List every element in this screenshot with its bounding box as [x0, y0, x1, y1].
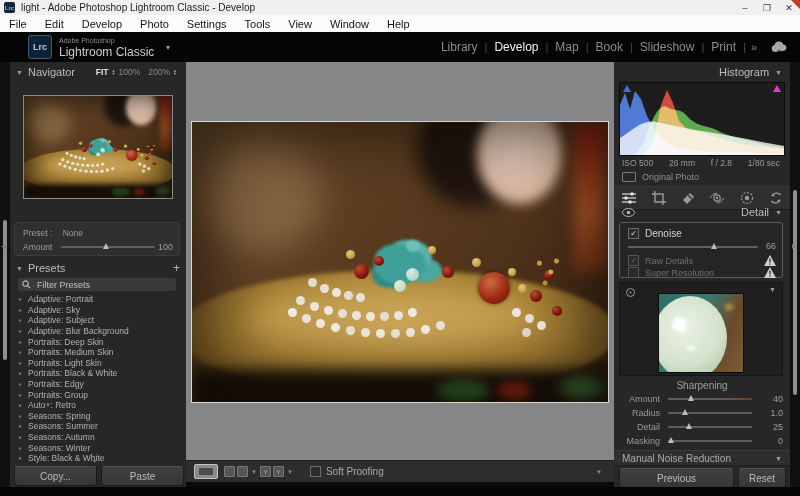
preset-item[interactable]: ►Adaptive: Portrait	[14, 294, 182, 305]
sync-tool-icon[interactable]	[769, 191, 783, 205]
menu-window[interactable]: Window	[321, 18, 378, 30]
preset-item[interactable]: ►Portraits: Black & White	[14, 368, 182, 379]
preset-amount-slider[interactable]	[61, 246, 155, 248]
before-after-view-button[interactable]: Y Y	[260, 465, 284, 478]
super-resolution-warning-icon[interactable]	[764, 267, 776, 278]
toolbar-options-icon[interactable]: ▼	[596, 469, 602, 475]
preview-options-icon[interactable]: ▼	[769, 286, 776, 293]
menu-photo[interactable]: Photo	[131, 18, 178, 30]
healing-tool-icon[interactable]	[681, 191, 695, 205]
preset-item[interactable]: ►Portraits: Edgy	[14, 379, 182, 390]
module-slideshow[interactable]: Slideshow	[633, 40, 702, 54]
radius-slider[interactable]	[668, 412, 752, 414]
brand-caret-icon[interactable]: ▼	[164, 44, 171, 51]
presets-header[interactable]: ▼ Presets +	[10, 260, 186, 276]
before-after-dropdown-icon[interactable]: ▼	[287, 469, 293, 475]
preset-item[interactable]: ►Seasons: Summer	[14, 421, 182, 432]
scroll-more-icon[interactable]: ▼	[92, 458, 97, 464]
crop-tool-icon[interactable]	[652, 191, 666, 205]
shadow-clipping-icon[interactable]	[623, 85, 631, 92]
navigator-preview[interactable]	[23, 95, 173, 199]
menu-help[interactable]: Help	[378, 18, 419, 30]
expand-icon[interactable]: ►	[14, 392, 28, 398]
cloud-sync-icon[interactable]	[771, 41, 788, 53]
menu-edit[interactable]: Edit	[36, 18, 73, 30]
menu-file[interactable]: File	[0, 18, 36, 30]
zoom-fit-button[interactable]: FIT	[96, 67, 109, 77]
zoom-100-button[interactable]: 100%	[119, 67, 141, 77]
module-map[interactable]: Map	[548, 40, 585, 54]
manual-noise-reduction-header[interactable]: Manual Noise Reduction ▼	[614, 450, 790, 466]
original-photo-row[interactable]: Original Photo	[622, 172, 699, 182]
detail-slider-thumb[interactable]	[686, 423, 692, 429]
main-photo[interactable]	[191, 121, 609, 403]
loupe-view-button[interactable]	[194, 464, 218, 479]
paste-button[interactable]: Paste	[101, 466, 184, 486]
masking-tool-icon[interactable]	[740, 191, 754, 205]
amount-slider[interactable]	[668, 398, 752, 400]
menu-view[interactable]: View	[279, 18, 321, 30]
preset-item[interactable]: ►Portraits: Medium Skin	[14, 347, 182, 358]
denoise-slider[interactable]	[628, 246, 758, 248]
filter-presets-field[interactable]	[18, 278, 176, 291]
preset-item[interactable]: ►Seasons: Winter	[14, 442, 182, 453]
raw-details-checkbox[interactable]: ✓	[628, 255, 639, 266]
expand-icon[interactable]: ►	[14, 381, 28, 387]
collapse-left-panel-icon[interactable]: ◀	[1, 242, 6, 249]
panel-eye-icon[interactable]	[622, 208, 635, 217]
masking-slider-thumb[interactable]	[668, 437, 674, 443]
edit-tool-icon[interactable]	[621, 191, 637, 205]
preset-item[interactable]: ►Adaptive: Subject	[14, 315, 182, 326]
expand-icon[interactable]: ►	[14, 445, 28, 451]
module-book[interactable]: Book	[589, 40, 630, 54]
expand-icon[interactable]: ►	[14, 370, 28, 376]
radius-slider-thumb[interactable]	[682, 409, 688, 415]
navigator-header[interactable]: ▼ Navigator FIT ▲▼ 100% 200% ▲▼	[10, 64, 186, 80]
red-eye-tool-icon[interactable]	[709, 192, 725, 204]
navigator-collapse-icon[interactable]: ▼	[16, 69, 23, 76]
preset-item[interactable]: ►Seasons: Spring	[14, 411, 182, 422]
compare-view-button[interactable]	[224, 465, 248, 478]
expand-icon[interactable]: ►	[14, 402, 28, 408]
module-overflow-chevrons[interactable]: »	[746, 41, 762, 53]
collapse-right-panel-icon[interactable]: ▶	[792, 242, 797, 249]
left-scrollbar-thumb[interactable]	[3, 220, 7, 360]
preview-target-icon[interactable]	[625, 287, 636, 298]
menu-settings[interactable]: Settings	[178, 18, 236, 30]
module-develop[interactable]: Develop	[487, 40, 545, 54]
detail-preview-image[interactable]	[658, 293, 744, 373]
zoom-fit-stepper-icon[interactable]: ▲▼	[112, 69, 116, 75]
zoom-200-button[interactable]: 200%	[148, 67, 170, 77]
detail-header[interactable]: Detail ▼	[614, 204, 790, 220]
preset-item[interactable]: ►Adaptive: Sky	[14, 305, 182, 316]
preset-item[interactable]: ►Portraits: Light Skin	[14, 358, 182, 369]
maximize-button[interactable]: ❐	[756, 0, 778, 15]
raw-details-warning-icon[interactable]	[764, 255, 776, 266]
expand-icon[interactable]: ►	[14, 307, 28, 313]
expand-icon[interactable]: ►	[14, 296, 28, 302]
detail-slider[interactable]	[668, 426, 752, 428]
filter-presets-input[interactable]	[35, 279, 159, 291]
expand-icon[interactable]: ►	[14, 434, 28, 440]
soft-proofing-checkbox[interactable]	[310, 466, 321, 477]
histogram[interactable]	[619, 82, 785, 156]
menu-develop[interactable]: Develop	[73, 18, 131, 30]
expand-icon[interactable]: ►	[14, 360, 28, 366]
expand-icon[interactable]: ►	[14, 317, 28, 323]
histogram-collapse-icon[interactable]: ▼	[775, 69, 782, 76]
denoise-checkbox[interactable]: ✓	[628, 228, 639, 239]
compare-dropdown-icon[interactable]: ▼	[251, 469, 257, 475]
masking-slider[interactable]	[668, 440, 752, 442]
highlight-clipping-icon[interactable]	[773, 85, 781, 92]
module-print[interactable]: Print	[704, 40, 743, 54]
expand-icon[interactable]: ►	[14, 455, 28, 461]
minimize-button[interactable]: –	[734, 0, 756, 15]
add-preset-button[interactable]: +	[173, 261, 180, 275]
preset-item[interactable]: ►Style: Black & White	[14, 453, 182, 464]
right-scrollbar-thumb[interactable]	[793, 190, 797, 395]
copy-button[interactable]: Copy...	[14, 466, 97, 486]
detail-collapse-icon[interactable]: ▼	[775, 209, 782, 216]
previous-button[interactable]: Previous	[619, 468, 734, 488]
manual-nr-expand-icon[interactable]: ▼	[775, 455, 782, 462]
expand-icon[interactable]: ►	[14, 423, 28, 429]
